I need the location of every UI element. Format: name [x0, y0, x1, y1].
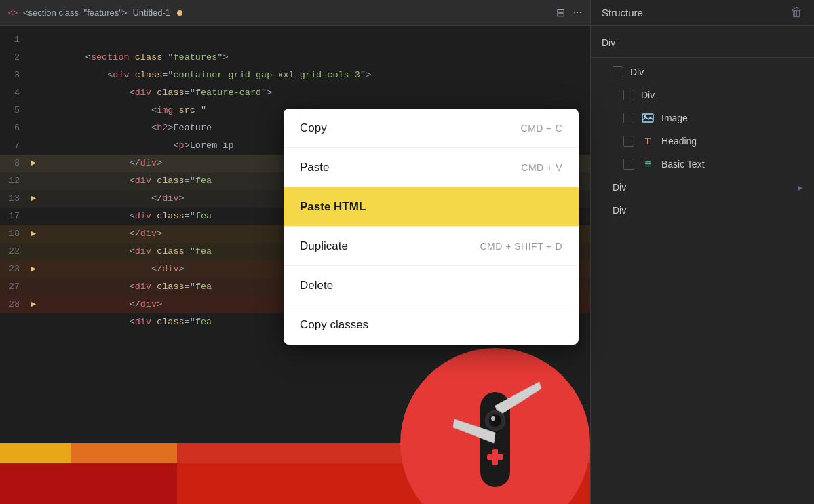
- duplicate-shortcut: CMD + SHIFT + D: [480, 241, 562, 252]
- menu-item-paste-html[interactable]: Paste HTML: [284, 187, 579, 227]
- split-view-icon[interactable]: ⊟: [556, 6, 565, 19]
- struct-item-heading[interactable]: T Heading: [591, 130, 814, 153]
- text-icon: ≡: [641, 157, 655, 171]
- paste-shortcut: CMD + V: [521, 162, 562, 173]
- paste-html-label: Paste HTML: [300, 200, 366, 214]
- separator: [591, 57, 814, 58]
- struct-item-div-expand[interactable]: Div ▶: [591, 176, 814, 199]
- svg-point-5: [491, 416, 495, 421]
- more-options-icon[interactable]: ···: [573, 6, 582, 19]
- expand-icon: ▶: [798, 184, 803, 191]
- menu-item-copy-classes[interactable]: Copy classes: [284, 305, 579, 345]
- menu-item-duplicate[interactable]: Duplicate CMD + SHIFT + D: [284, 227, 579, 266]
- heading-icon: T: [641, 134, 655, 148]
- duplicate-label: Duplicate: [300, 239, 348, 253]
- delete-label: Delete: [300, 279, 333, 292]
- struct-item-basic-text[interactable]: ≡ Basic Text: [591, 153, 814, 176]
- editor-tag-icon: <>: [8, 8, 18, 18]
- editor-actions: ⊟ ···: [556, 6, 582, 19]
- copy-shortcut: CMD + C: [521, 123, 562, 134]
- menu-item-paste[interactable]: Paste CMD + V: [284, 148, 579, 187]
- svg-rect-7: [492, 449, 498, 465]
- struct-image-label: Image: [661, 113, 688, 123]
- paste-label: Paste: [300, 161, 329, 174]
- code-line-2: 2 <div class="container grid gap-xxl gri…: [0, 49, 590, 66]
- right-panel: Structure 🗑 Div Div Div: [590, 0, 814, 504]
- struct-item-div-1[interactable]: Div: [591, 60, 814, 83]
- code-line-3: 3 <div class="feature-card">: [0, 66, 590, 84]
- menu-item-copy[interactable]: Copy CMD + C: [284, 109, 579, 148]
- struct-item-div-2[interactable]: Div: [591, 83, 814, 106]
- struct-heading-label: Heading: [661, 136, 697, 147]
- struct-item-div-0[interactable]: Div: [591, 31, 814, 54]
- struct-text-label: Basic Text: [661, 159, 705, 170]
- modified-indicator: [177, 10, 182, 16]
- menu-item-delete[interactable]: Delete: [284, 266, 579, 305]
- panel-title: Structure: [602, 7, 643, 18]
- struct-item-image[interactable]: Image: [591, 106, 814, 130]
- copy-classes-label: Copy classes: [300, 318, 368, 332]
- knife-svg: [441, 379, 549, 504]
- struct-checkbox-heading[interactable]: [623, 136, 634, 147]
- image-icon: [641, 111, 655, 125]
- struct-checkbox-image[interactable]: [623, 113, 634, 123]
- trash-icon[interactable]: 🗑: [791, 5, 803, 20]
- structure-tree: Div Div Div Image: [591, 26, 814, 227]
- struct-item-div-last[interactable]: Div: [591, 199, 814, 222]
- panel-header: Structure 🗑: [591, 0, 814, 26]
- code-line-4: 4 <img src=": [0, 84, 590, 102]
- editor-titlebar: <> <section class="features"> Untitled-1…: [0, 0, 590, 26]
- copy-label: Copy: [300, 121, 327, 135]
- editor-filename: Untitled-1: [132, 7, 170, 18]
- context-menu: Copy CMD + C Paste CMD + V Paste HTML Du…: [284, 109, 579, 345]
- editor-filepath: <section class="features">: [23, 7, 127, 18]
- svg-point-4: [489, 414, 501, 427]
- struct-checkbox[interactable]: [613, 66, 623, 77]
- struct-checkbox-text[interactable]: [623, 159, 634, 170]
- code-line-1: 1 <section class="features">: [0, 31, 590, 49]
- struct-checkbox-2[interactable]: [623, 90, 634, 100]
